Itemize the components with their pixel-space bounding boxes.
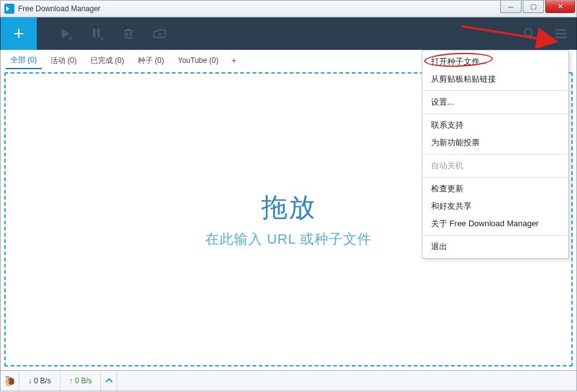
tab-add-button[interactable]: + [227,54,241,67]
menu-vote[interactable]: 为新功能投票 [422,134,568,151]
main-menu-popup: 打开种子文件... 从剪贴板粘贴链接 设置... 联系支持 为新功能投票 自动关… [422,50,569,259]
svg-point-6 [100,37,102,39]
menu-share[interactable]: 和好友共享 [422,198,568,215]
menu-separator [422,90,568,91]
svg-point-0 [69,37,70,38]
hamburger-icon [554,27,568,41]
dropzone-subtitle: 在此输入 URL 或种子文件 [205,230,372,249]
svg-point-1 [71,37,72,38]
svg-rect-5 [97,29,100,37]
svg-line-11 [531,36,535,39]
svg-point-9 [102,39,104,41]
menu-about[interactable]: 关于 Free Download Manager [422,215,568,232]
svg-point-2 [69,39,70,40]
menu-contact[interactable]: 联系支持 [422,117,568,134]
menu-button[interactable] [545,17,576,50]
menu-paste-link[interactable]: 从剪贴板粘贴链接 [422,70,568,88]
dropzone-title: 拖放 [261,190,316,225]
status-bar: 🐌 ↓ 0 B/s ↑ 0 B/s [0,370,577,391]
search-icon [523,27,536,41]
tab-active[interactable]: 活动 (0) [46,53,82,69]
tab-youtube[interactable]: YouTube (0) [173,54,223,67]
svg-rect-4 [93,29,95,37]
menu-settings[interactable]: 设置... [422,93,568,111]
search-button[interactable] [514,17,545,50]
add-download-button[interactable]: + [1,17,37,50]
start-button[interactable] [51,17,82,50]
minimize-button[interactable]: ─ [500,1,521,13]
menu-separator [422,154,568,155]
expand-status-button[interactable] [101,371,117,391]
svg-point-7 [102,37,104,39]
tab-torrent[interactable]: 种子 (0) [133,53,169,69]
trash-icon [122,27,135,40]
menu-separator [422,113,568,114]
menu-exit[interactable]: 退出 [422,238,568,256]
svg-point-10 [525,29,532,36]
play-icon [59,27,73,41]
tab-done[interactable]: 已完成 (0) [85,53,129,69]
close-button[interactable]: ✕ [545,1,575,13]
maximize-button[interactable]: ▢ [523,1,544,13]
window-buttons: ─ ▢ ✕ [500,1,576,13]
menu-auto-shutdown[interactable]: 自动关机 [422,157,568,174]
menu-check-update[interactable]: 检查更新 [422,180,568,198]
snail-mode-button[interactable]: 🐌 [1,371,19,391]
tab-all[interactable]: 全部 (0) [6,52,42,69]
pause-icon [90,27,104,41]
svg-point-8 [100,39,102,41]
main-toolbar: + [0,17,577,50]
delete-button[interactable] [113,17,144,50]
pause-button[interactable] [82,17,113,50]
folder-icon [153,27,167,40]
menu-separator [422,235,568,236]
window-titlebar: Free Download Manager ─ ▢ ✕ [0,0,577,17]
window-title: Free Download Manager [18,4,100,13]
svg-point-3 [71,39,72,40]
chevron-up-icon [105,378,113,384]
menu-separator [422,177,568,178]
download-speed[interactable]: ↓ 0 B/s [19,371,61,391]
upload-speed[interactable]: ↑ 0 B/s [61,371,102,391]
app-icon [4,4,14,14]
menu-open-torrent[interactable]: 打开种子文件... [422,53,568,70]
move-button[interactable] [144,17,175,50]
